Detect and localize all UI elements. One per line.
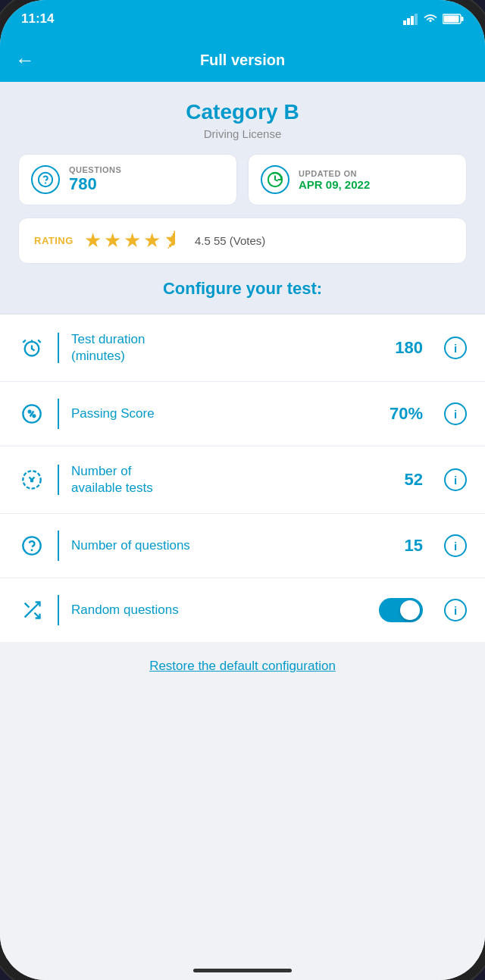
header-section: Category B Driving License QUESTIONS — [0, 82, 485, 315]
test-duration-info-button[interactable]: i — [444, 337, 467, 359]
num-questions-label: Number of questions — [71, 537, 393, 554]
config-row-num-questions: Number of questions 15 i — [0, 514, 485, 578]
configure-title: Configure your test: — [18, 279, 467, 299]
svg-rect-1 — [407, 18, 410, 25]
tests-icon — [18, 466, 45, 493]
updated-label: UPDATED ON — [299, 169, 357, 178]
test-duration-label: Test duration(minutes) — [71, 331, 383, 365]
questions-icon — [31, 165, 60, 194]
svg-rect-2 — [411, 16, 414, 25]
available-tests-value: 52 — [405, 470, 423, 490]
test-duration-value: 180 — [395, 338, 423, 358]
config-row-test-duration: Test duration(minutes) 180 i — [0, 315, 485, 382]
rating-label: RATING — [34, 235, 74, 246]
updated-value: APR 09, 2022 — [299, 178, 370, 191]
alarm-icon — [18, 334, 45, 362]
num-questions-value: 15 — [405, 536, 423, 556]
category-subtitle: Driving License — [18, 127, 467, 140]
question-icon — [18, 532, 45, 559]
passing-score-value: 70% — [390, 404, 423, 424]
config-section: Test duration(minutes) 180 i Passing Sco… — [0, 315, 485, 642]
rating-card: RATING ★ ★ ★ ★ ⯨ 4.5 55 (Votes) — [18, 218, 467, 264]
updated-card: UPDATED ON APR 09, 2022 — [248, 154, 467, 205]
available-tests-label: Number ofavailable tests — [71, 463, 393, 496]
divider — [58, 399, 59, 429]
stars-container: ★ ★ ★ ★ ⯨ — [84, 229, 183, 252]
svg-point-15 — [31, 480, 33, 481]
battery-icon — [443, 13, 464, 25]
svg-rect-6 — [444, 16, 459, 23]
questions-card: QUESTIONS 780 — [18, 154, 237, 205]
main-content: Category B Driving License QUESTIONS — [0, 82, 485, 980]
random-questions-label: Random questions — [71, 602, 367, 618]
star-3: ★ — [124, 229, 141, 252]
svg-rect-0 — [403, 20, 406, 25]
svg-rect-3 — [415, 14, 418, 25]
random-questions-info-button[interactable]: i — [444, 599, 467, 622]
random-icon — [18, 596, 45, 624]
star-1: ★ — [84, 229, 102, 252]
star-5: ⯨ — [163, 229, 183, 252]
updated-info: UPDATED ON APR 09, 2022 — [299, 169, 370, 191]
back-button[interactable]: ← — [15, 49, 35, 72]
status-bar: 11:14 — [0, 0, 485, 38]
passing-score-label: Passing Score — [71, 405, 377, 422]
nav-bar: ← Full version — [0, 38, 485, 82]
divider — [58, 595, 59, 625]
percent-icon — [18, 400, 45, 427]
config-row-passing-score: Passing Score 70% i — [0, 382, 485, 446]
svg-rect-5 — [462, 17, 464, 21]
status-icons — [403, 13, 464, 25]
config-row-random-questions: Random questions i — [0, 578, 485, 642]
star-2: ★ — [104, 229, 121, 252]
wifi-icon — [423, 13, 438, 25]
rating-value: 4.5 55 (Votes) — [195, 234, 265, 247]
divider — [58, 531, 59, 561]
available-tests-info-button[interactable]: i — [444, 468, 467, 491]
questions-label: QUESTIONS — [69, 165, 121, 174]
svg-point-13 — [33, 415, 36, 418]
divider — [58, 333, 59, 363]
stats-row: QUESTIONS 780 — [18, 154, 467, 205]
config-row-available-tests: Number ofavailable tests 52 i — [0, 446, 485, 514]
toggle-knob — [400, 600, 420, 620]
restore-link[interactable]: Restore the default configuration — [149, 659, 336, 673]
svg-point-12 — [29, 411, 31, 413]
phone-frame: 11:14 ← Full versio — [0, 0, 485, 980]
star-4: ★ — [143, 229, 161, 252]
num-questions-info-button[interactable]: i — [444, 534, 467, 557]
restore-section: Restore the default configuration — [0, 642, 485, 690]
nav-title: Full version — [200, 52, 285, 69]
questions-info: QUESTIONS 780 — [69, 165, 121, 194]
signal-icon — [403, 13, 418, 25]
updated-icon — [261, 165, 289, 194]
random-questions-toggle[interactable] — [379, 598, 423, 622]
questions-value: 780 — [69, 174, 97, 194]
category-title: Category B — [18, 100, 467, 124]
status-time: 11:14 — [21, 11, 54, 27]
home-indicator — [193, 969, 292, 972]
passing-score-info-button[interactable]: i — [444, 402, 467, 425]
divider — [58, 465, 59, 495]
